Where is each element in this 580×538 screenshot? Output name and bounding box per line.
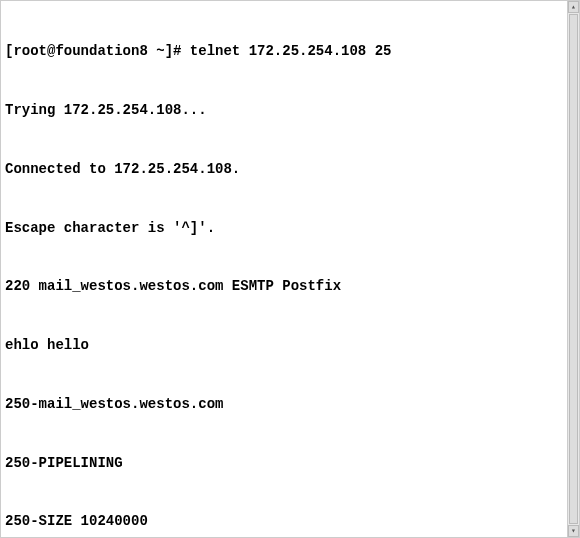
scroll-up-icon[interactable]: ▴ — [568, 1, 579, 13]
terminal-line: Connected to 172.25.254.108. — [5, 160, 575, 180]
terminal-line: Trying 172.25.254.108... — [5, 101, 575, 121]
vertical-scrollbar[interactable]: ▴ ▾ — [567, 1, 579, 537]
terminal-line: 250-mail_westos.westos.com — [5, 395, 575, 415]
terminal-output[interactable]: [root@foundation8 ~]# telnet 172.25.254.… — [1, 1, 579, 538]
terminal-line: 250-SIZE 10240000 — [5, 512, 575, 532]
terminal-line: [root@foundation8 ~]# telnet 172.25.254.… — [5, 42, 575, 62]
terminal-line: 220 mail_westos.westos.com ESMTP Postfix — [5, 277, 575, 297]
scrollbar-thumb[interactable] — [569, 14, 578, 524]
terminal-line: ehlo hello — [5, 336, 575, 356]
scroll-down-icon[interactable]: ▾ — [568, 525, 579, 537]
terminal-line: 250-PIPELINING — [5, 454, 575, 474]
terminal-line: Escape character is '^]'. — [5, 219, 575, 239]
